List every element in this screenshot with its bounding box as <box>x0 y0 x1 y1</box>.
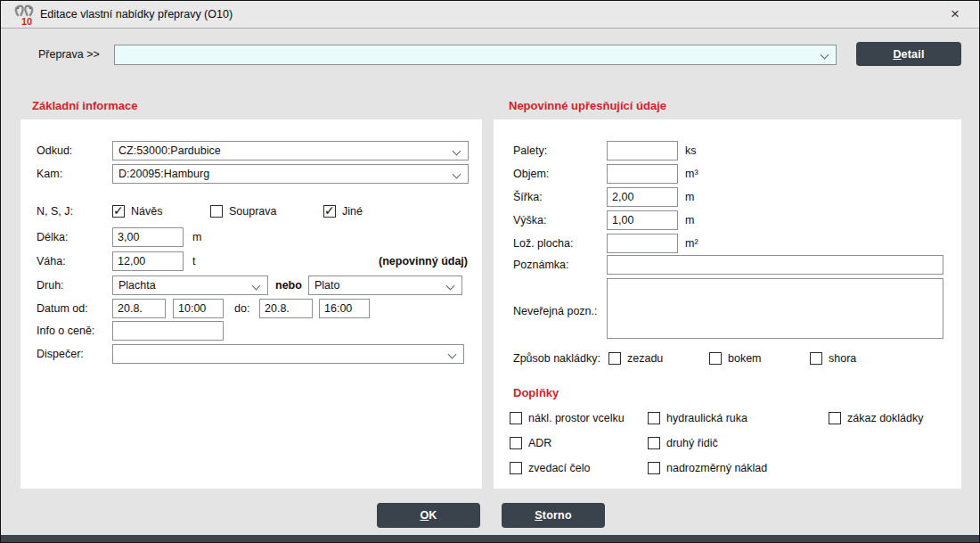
checkbox-hydraulicka-ruka[interactable]: hydraulická ruka <box>648 410 747 426</box>
palety-input[interactable] <box>607 141 678 160</box>
close-button[interactable]: × <box>940 1 970 28</box>
vyska-input[interactable] <box>607 210 678 230</box>
sirka-label: Šířka: <box>513 187 543 207</box>
title-bar: 10 Editace vlastní nabídky přepravy (O10… <box>1 1 979 29</box>
checkbox-nakl-prostor-vcelku[interactable]: nákl. prostor vcelku <box>510 410 625 426</box>
checkbox-icon[interactable] <box>648 412 660 424</box>
checkbox-label: zezadu <box>627 352 663 365</box>
vaha-label: Váha: <box>37 251 66 271</box>
app-logo-icon: 10 <box>12 4 37 27</box>
chevron-down-icon <box>448 350 457 359</box>
druh-or-label: nebo <box>275 276 302 295</box>
checkbox-adr[interactable]: ADR <box>510 435 551 451</box>
checkbox-zakaz-dokladky[interactable]: zákaz dokládky <box>829 410 923 426</box>
checkbox-label: Návěs <box>131 205 162 218</box>
basic-panel: Odkud: CZ:53000:Pardubice Kam: D:20095:H… <box>20 119 482 489</box>
delka-input[interactable] <box>112 227 184 247</box>
cena-label: Info o ceně: <box>37 321 94 341</box>
druh-value-1: Plachta <box>118 279 156 292</box>
datum-do-label: do: <box>234 299 249 318</box>
checkbox-icon[interactable] <box>510 462 522 474</box>
neverejna-label: Neveřejná pozn.: <box>513 301 598 321</box>
loz-plocha-input[interactable] <box>607 234 678 253</box>
optional-panel: Palety: ks Objem: m³ Šířka: m Výška: m L… <box>494 119 961 489</box>
vyska-unit: m <box>685 210 694 230</box>
druh-combobox-1[interactable]: Plachta <box>112 276 268 295</box>
transport-label: Přeprava >> <box>38 45 100 65</box>
checkbox-icon[interactable] <box>709 352 722 365</box>
checkbox-icon[interactable] <box>510 412 522 424</box>
bottom-bar <box>1 535 979 542</box>
sirka-unit: m <box>685 187 694 207</box>
checkbox-label: druhý řidič <box>666 437 718 449</box>
optional-section-header: Nepovinné upřesňující údaje <box>509 99 666 112</box>
vaha-input[interactable] <box>112 251 184 271</box>
datum-to-time-input[interactable] <box>319 299 370 318</box>
druh-label: Druh: <box>37 276 64 295</box>
checkbox-zvedaci-celo[interactable]: zvedací čelo <box>510 460 590 476</box>
dispecer-combobox[interactable] <box>112 344 464 364</box>
checkbox-icon[interactable] <box>608 352 621 365</box>
datum-from-date-input[interactable] <box>112 299 166 318</box>
checkbox-bokem[interactable]: bokem <box>709 350 762 366</box>
checkbox-nadrozmerny-naklad[interactable]: nadrozměrný náklad <box>648 460 767 476</box>
druh-combobox-2[interactable]: Plato <box>308 276 462 295</box>
checkbox-label: ADR <box>528 437 551 449</box>
checkbox-shora[interactable]: shora <box>810 350 856 366</box>
checkbox-jine[interactable]: Jiné <box>323 203 363 219</box>
checkbox-icon[interactable] <box>510 437 522 449</box>
cena-input[interactable] <box>112 321 224 341</box>
neverejna-textarea[interactable] <box>607 278 943 339</box>
ok-button[interactable]: OK <box>377 503 480 528</box>
kam-label: Kam: <box>37 164 62 184</box>
chevron-down-icon <box>821 51 829 60</box>
svg-text:10: 10 <box>21 16 32 27</box>
checkbox-label: zákaz dokládky <box>847 412 923 424</box>
chevron-down-icon <box>446 282 455 291</box>
chevron-down-icon <box>252 282 261 291</box>
checkbox-icon[interactable] <box>648 462 660 474</box>
poznamka-input[interactable] <box>607 255 943 275</box>
sirka-input[interactable] <box>607 187 678 207</box>
checkbox-label: nadrozměrný náklad <box>666 462 767 474</box>
loz-plocha-unit: m² <box>685 234 698 253</box>
checkbox-icon[interactable] <box>210 205 223 218</box>
delka-label: Délka: <box>37 227 68 247</box>
dispecer-label: Dispečer: <box>37 344 84 364</box>
checkbox-label: nákl. prostor vcelku <box>528 412 625 424</box>
checkbox-label: shora <box>829 352 856 365</box>
odkud-combobox[interactable]: CZ:53000:Pardubice <box>112 141 469 160</box>
checkbox-label: Souprava <box>229 205 277 218</box>
checkbox-label: hydraulická ruka <box>666 412 747 424</box>
transport-combobox[interactable] <box>114 45 837 65</box>
druh-value-2: Plato <box>314 279 340 292</box>
basic-section-header: Základní informace <box>32 99 137 112</box>
checkbox-zezadu[interactable]: zezadu <box>608 350 663 366</box>
checkbox-icon[interactable] <box>112 205 125 218</box>
datum-to-date-input[interactable] <box>259 299 313 318</box>
checkbox-naves[interactable]: Návěs <box>112 203 162 219</box>
delka-unit: m <box>192 227 201 247</box>
objem-input[interactable] <box>607 164 678 184</box>
kam-combobox[interactable]: D:20095:Hamburg <box>112 164 469 184</box>
vyska-label: Výška: <box>513 210 547 230</box>
checkbox-souprava[interactable]: Souprava <box>210 203 277 219</box>
close-icon: × <box>951 5 960 23</box>
palety-label: Palety: <box>513 141 547 160</box>
vaha-unit: t <box>192 251 195 271</box>
checkbox-druhy-ridic[interactable]: druhý řidič <box>648 435 718 451</box>
checkbox-label: bokem <box>728 352 762 365</box>
chevron-down-icon <box>453 170 461 179</box>
window-title: Editace vlastní nabídky přepravy (O10) <box>40 1 233 29</box>
nakladka-label: Způsob nakládky: <box>513 350 600 366</box>
checkbox-icon[interactable] <box>810 352 822 365</box>
loz-plocha-label: Lož. plocha: <box>513 234 573 253</box>
datum-from-time-input[interactable] <box>173 299 224 318</box>
poznamka-label: Poznámka: <box>513 255 569 275</box>
checkbox-icon[interactable] <box>323 205 336 218</box>
checkbox-icon[interactable] <box>829 412 841 424</box>
checkbox-icon[interactable] <box>648 437 660 449</box>
objem-label: Objem: <box>513 164 549 184</box>
storno-button[interactable]: Storno <box>502 503 605 528</box>
detail-button[interactable]: Detail <box>856 42 961 66</box>
